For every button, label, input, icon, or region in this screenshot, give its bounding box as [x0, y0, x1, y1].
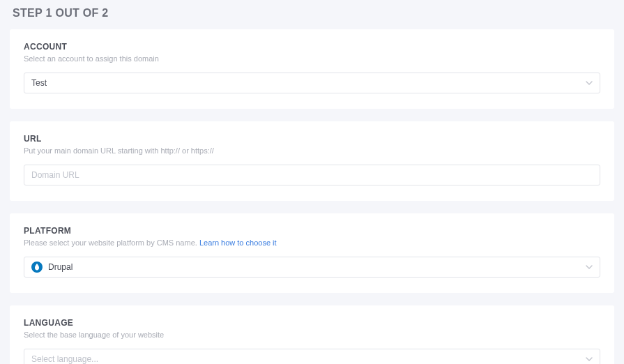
account-select[interactable]: Test	[24, 73, 600, 93]
language-select[interactable]: Select language...	[24, 349, 600, 364]
step-header: STEP 1 OUT OF 2	[10, 7, 614, 20]
url-title: URL	[24, 134, 600, 144]
language-select-placeholder: Select language...	[31, 354, 98, 364]
language-subtitle: Select the base language of your website	[24, 331, 600, 339]
language-card: LANGUAGE Select the base language of you…	[10, 305, 614, 364]
platform-subtitle-prefix: Please select your website platform by C…	[24, 238, 199, 247]
account-select-value: Test	[31, 78, 47, 88]
platform-select-wrap: Drupal	[24, 257, 600, 278]
platform-learn-link[interactable]: Learn how to choose it	[199, 238, 277, 247]
drupal-icon	[31, 261, 43, 273]
account-card: ACCOUNT Select an account to assign this…	[10, 29, 614, 109]
account-select-wrap: Test	[24, 73, 600, 93]
url-card: URL Put your main domain URL starting wi…	[10, 121, 614, 201]
chevron-down-icon	[586, 265, 593, 269]
chevron-down-icon	[586, 81, 593, 85]
language-title: LANGUAGE	[24, 318, 600, 328]
url-input[interactable]	[24, 165, 600, 185]
url-subtitle: Put your main domain URL starting with h…	[24, 146, 600, 155]
platform-select-value: Drupal	[48, 262, 73, 272]
chevron-down-icon	[586, 357, 593, 361]
platform-select[interactable]: Drupal	[24, 257, 600, 278]
account-subtitle: Select an account to assign this domain	[24, 54, 600, 63]
platform-subtitle: Please select your website platform by C…	[24, 238, 600, 247]
language-select-wrap: Select language...	[24, 349, 600, 364]
account-title: ACCOUNT	[24, 42, 600, 52]
platform-title: PLATFORM	[24, 226, 600, 236]
platform-card: PLATFORM Please select your website plat…	[10, 213, 614, 293]
